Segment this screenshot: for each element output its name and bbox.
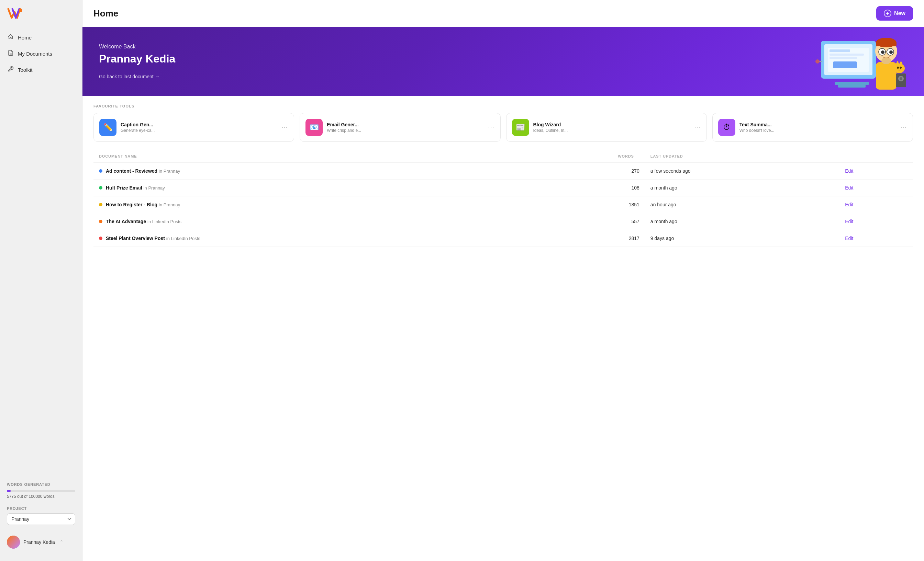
svg-point-28: [900, 67, 902, 69]
doc-edit-cell: Edit: [840, 230, 913, 247]
sidebar-item-home[interactable]: Home: [3, 30, 79, 45]
edit-link[interactable]: Edit: [845, 168, 853, 174]
tool-more-icon[interactable]: ⋯: [693, 124, 701, 131]
home-icon: [8, 34, 14, 42]
sidebar-item-my-documents[interactable]: My Documents: [3, 46, 79, 61]
table-row: The AI Advantage in LinkedIn Posts 557 a…: [93, 213, 913, 230]
svg-point-24: [894, 63, 905, 73]
col-last-updated: LAST UPDATED: [645, 150, 840, 163]
svg-rect-6: [838, 85, 866, 88]
table-row: How to Register - Blog in Prannay 1851 a…: [93, 196, 913, 213]
new-button[interactable]: + New: [876, 6, 913, 21]
project-section: PROJECT Prannay: [0, 502, 82, 530]
page-title: Home: [93, 8, 118, 19]
doc-dot: [99, 236, 102, 240]
doc-words: 2817: [521, 230, 645, 247]
svg-rect-9: [830, 54, 864, 55]
main-content: Home + New Welcome Back Prannay Kedia Go…: [82, 0, 924, 561]
doc-title: Ad content - Reviewed in Prannay: [106, 168, 180, 174]
sidebar-toolkit-label: Toolkit: [18, 67, 33, 73]
new-button-label: New: [894, 10, 906, 16]
tools-grid: ✏️ Caption Gen... Generate eye-ca... ⋯ 📧…: [93, 113, 913, 142]
doc-updated: an hour ago: [645, 196, 840, 213]
doc-words: 270: [521, 163, 645, 180]
svg-rect-8: [830, 49, 850, 52]
doc-words: 557: [521, 213, 645, 230]
svg-point-31: [900, 77, 902, 80]
doc-name-cell: How to Register - Blog in Prannay: [93, 196, 521, 213]
edit-link[interactable]: Edit: [845, 185, 853, 190]
svg-rect-10: [830, 57, 857, 59]
doc-title: The AI Advantage in LinkedIn Posts: [106, 219, 182, 224]
tool-desc: Ideas, Outline, In...: [533, 128, 689, 133]
doc-title: Steel Plant Overview Post in LinkedIn Po…: [106, 235, 200, 241]
tool-more-icon[interactable]: ⋯: [900, 124, 907, 131]
welcome-text: Welcome Back Prannay Kedia Go back to la…: [99, 43, 175, 80]
doc-title: How to Register - Blog in Prannay: [106, 202, 180, 207]
tool-info: Caption Gen... Generate eye-ca...: [121, 122, 277, 133]
documents-table: DOCUMENT NAME WORDS LAST UPDATED Ad cont…: [93, 150, 913, 247]
toolkit-icon: [8, 66, 14, 74]
tool-name: Caption Gen...: [121, 122, 277, 127]
doc-dot: [99, 203, 102, 206]
tool-icon-box: ⏱: [718, 119, 735, 136]
col-action: [840, 150, 913, 163]
edit-link[interactable]: Edit: [845, 219, 853, 224]
doc-dot: [99, 186, 102, 190]
avatar: [7, 536, 20, 549]
tool-icon: ✏️: [104, 123, 113, 132]
document-icon: [8, 50, 14, 58]
sidebar-nav: Home My Documents Toolkit: [0, 30, 82, 477]
tool-icon: 📰: [516, 123, 525, 132]
tool-icon-box: ✏️: [99, 119, 117, 136]
tool-info: Blog Wizard Ideas, Outline, In...: [533, 122, 689, 133]
svg-point-23: [881, 57, 891, 64]
sidebar-docs-label: My Documents: [18, 51, 52, 57]
tool-name: Blog Wizard: [533, 122, 689, 127]
doc-updated: a few seconds ago: [645, 163, 840, 180]
doc-updated: 9 days ago: [645, 230, 840, 247]
doc-words: 108: [521, 180, 645, 196]
tool-more-icon[interactable]: ⋯: [281, 124, 288, 131]
tool-desc: Who doesn't love...: [740, 128, 896, 133]
doc-name-cell: Steel Plant Overview Post in LinkedIn Po…: [93, 230, 521, 247]
welcome-name: Prannay Kedia: [99, 52, 175, 65]
tool-card-blog-wizard[interactable]: 📰 Blog Wizard Ideas, Outline, In... ⋯: [506, 113, 707, 142]
words-generated-section: WORDS GENERATED 5775 out of 100000 words: [0, 477, 82, 502]
words-bar-container: 5775 out of 100000 words: [7, 490, 75, 499]
svg-rect-22: [876, 62, 897, 90]
sidebar: Home My Documents Toolkit WORDS GENERATE…: [0, 0, 82, 561]
tool-card-caption-gen[interactable]: ✏️ Caption Gen... Generate eye-ca... ⋯: [93, 113, 294, 142]
svg-point-19: [881, 51, 885, 54]
doc-title: Hult Prize Email in Prannay: [106, 185, 165, 190]
logo: [0, 7, 82, 30]
tool-info: Text Summa... Who doesn't love...: [740, 122, 896, 133]
tool-more-icon[interactable]: ⋯: [487, 124, 495, 131]
svg-rect-16: [876, 42, 897, 46]
tool-card-text-summa[interactable]: ⏱ Text Summa... Who doesn't love... ⋯: [712, 113, 913, 142]
user-profile[interactable]: Prannay Kedia ⌃: [0, 530, 82, 554]
back-to-doc-link[interactable]: Go back to last document →: [99, 74, 160, 79]
tool-info: Email Gener... Write crisp and e...: [327, 122, 483, 133]
back-to-doc-label: Go back to last document →: [99, 74, 160, 79]
doc-updated: a month ago: [645, 213, 840, 230]
col-words: WORDS: [521, 150, 645, 163]
doc-updated: a month ago: [645, 180, 840, 196]
project-select[interactable]: Prannay: [7, 513, 75, 525]
tool-desc: Write crisp and e...: [327, 128, 483, 133]
tool-card-email-gen[interactable]: 📧 Email Gener... Write crisp and e... ⋯: [300, 113, 500, 142]
words-count-label: 5775 out of 100000 words: [7, 494, 75, 499]
edit-link[interactable]: Edit: [845, 202, 853, 207]
tools-section: FAVOURITE TOOLS ✏️ Caption Gen... Genera…: [82, 96, 924, 147]
words-bar-fill: [7, 490, 10, 492]
sidebar-item-toolkit[interactable]: Toolkit: [3, 63, 79, 77]
svg-marker-26: [899, 61, 903, 64]
plus-circle-icon: +: [884, 10, 891, 17]
tool-desc: Generate eye-ca...: [121, 128, 277, 133]
edit-link[interactable]: Edit: [845, 235, 853, 241]
svg-rect-11: [833, 61, 857, 68]
doc-edit-cell: Edit: [840, 196, 913, 213]
illustration-svg: [807, 31, 910, 96]
table-row: Steel Plant Overview Post in LinkedIn Po…: [93, 230, 913, 247]
words-bar-track: [7, 490, 75, 492]
